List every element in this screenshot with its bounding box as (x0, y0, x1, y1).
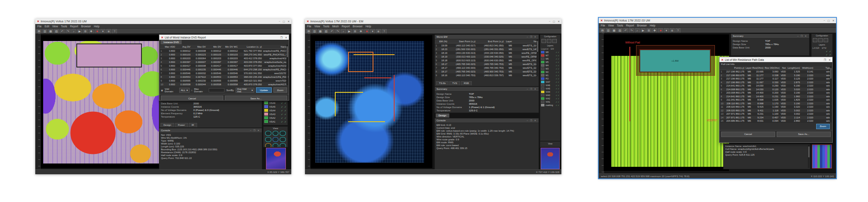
view-tool-button[interactable] (273, 137, 279, 142)
menu-item[interactable]: Mesh (332, 25, 339, 28)
float-icon[interactable]: ❐ (253, 129, 256, 132)
window-titlebar[interactable]: ✕ Innovus(R) Voltus 17M 2022.03 UM – ▢ ✕ (35, 19, 291, 24)
layer-checks[interactable]: ✓ ✓ (556, 98, 559, 100)
vdd-domain-select[interactable]: ALL ▾ (179, 88, 190, 93)
layer-row[interactable]: VSA3 ✓ ✓ (263, 112, 288, 116)
menu-item[interactable]: Help (94, 25, 99, 28)
table-row[interactable]: 5 214.641 860.175 M6 14.030 0.290 VDD 5.… (720, 84, 832, 88)
layer-row[interactable]: M2 ✓ ✓ (540, 70, 560, 74)
table-row[interactable]: 8 18.17 (465.765 340.023) (465.900 340.7… (435, 70, 539, 73)
layer-row[interactable]: VSA2 ✓ ✓ (263, 116, 288, 120)
layer-row[interactable]: VIA3 ✓ ✓ (540, 94, 560, 97)
toolbar-icon[interactable]: ▤ (600, 28, 605, 33)
layer-checks[interactable]: ✓ ✓ (281, 106, 287, 108)
table-row[interactable]: 5 0.800 0.000417 0.000008 0.000417 0.000… (160, 64, 288, 67)
float-icon[interactable]: ❐ (530, 119, 533, 122)
close-icon[interactable]: ✕ (534, 119, 537, 122)
layer-checks[interactable]: ✓ ✓ (556, 71, 559, 73)
minimap[interactable] (541, 148, 560, 169)
view-tool-button[interactable] (273, 143, 279, 147)
minimize-icon[interactable]: – (279, 20, 280, 23)
table-row[interactable]: 8 0.800 0.000553 0.007910 0.000553 0.000… (160, 75, 288, 79)
toolbar-icon[interactable]: ▧ (324, 29, 329, 34)
table-row[interactable]: 8 214.641 860.175 M6 14.400 0.231 VDD 1.… (720, 95, 832, 99)
toolbar-icon[interactable]: ▾ (100, 29, 105, 34)
summary-tab[interactable]: Power (175, 123, 188, 127)
toolbar-icon[interactable]: ▶ (641, 28, 646, 33)
close-icon[interactable]: ✕ (288, 20, 290, 23)
menu-item[interactable]: View (314, 25, 320, 28)
toolbar-icon[interactable]: ▦ (48, 29, 53, 34)
layer-row[interactable]: M6 ✓ ✓ (540, 57, 560, 60)
window-titlebar[interactable]: ✕ Innovus(R) Voltus 17M 2022.03 UM – ▢ ✕ (599, 18, 836, 23)
layer-row[interactable]: VIA6 ✓ ✓ (540, 84, 560, 87)
toolbar-icon[interactable]: ≣ (106, 29, 111, 34)
dialog-titlebar[interactable]: ✕ List of Min Resistance Path Data ❐ ✕ (719, 57, 832, 62)
table-row[interactable]: 1 19.09 (460.113 340.017) (460.813 341.0… (435, 43, 539, 47)
menu-item[interactable]: Browser (353, 25, 363, 28)
tab-design[interactable]: Design (436, 113, 449, 118)
summary-tab[interactable]: Design (161, 123, 174, 127)
float-icon[interactable]: ❐ (800, 35, 803, 37)
layer-row[interactable]: VSA1 ✓ ✓ (263, 120, 288, 123)
layer-checks[interactable]: ✓ ✓ (826, 53, 831, 56)
toolbar-icon[interactable]: ≣ (376, 29, 381, 34)
table-row[interactable]: 4 18.19 (330.013 400.110) (330.046 340.0… (435, 55, 539, 58)
table-row[interactable]: 9 18.16 (460.113 340.753) (460.813 339.7… (435, 73, 539, 77)
summary-tab[interactable]: IR (189, 123, 197, 127)
table-row[interactable]: 7 0.800 0.000546 0.000032 0.000546 0.000… (160, 71, 288, 75)
close-icon[interactable]: ✕ (805, 35, 807, 37)
menu-item[interactable]: Edit (44, 25, 49, 28)
layer-checks[interactable]: ✓ ✓ (281, 113, 287, 115)
layer-checks[interactable]: ✓ ✓ (556, 65, 559, 67)
menu-item[interactable]: File (37, 25, 41, 28)
view-tool-button[interactable] (280, 143, 286, 147)
toolbar-icon[interactable]: ▧ (54, 29, 59, 34)
maximize-icon[interactable]: ▢ (827, 19, 830, 22)
view-tool-button[interactable] (273, 131, 279, 136)
layer-checks[interactable]: ✓ ✓ (556, 81, 559, 83)
table-row[interactable]: 11 208.020 860.175 M6 9.415 1.190 VDD 3.… (720, 105, 832, 109)
scrollbar[interactable] (830, 66, 831, 122)
toolbar-icon[interactable]: ✚ (652, 28, 657, 33)
toolbar-icon[interactable]: ≣ (670, 28, 675, 33)
table-row[interactable]: 12 208.020 860.175 M6 9.411 1.118 VDD 3.… (720, 109, 832, 113)
float-icon[interactable]: ❐ (280, 36, 283, 39)
radio-icon[interactable]: ◉ (161, 89, 163, 91)
scrollbar[interactable] (536, 39, 538, 76)
toolbar-icon[interactable]: ▧ (617, 28, 622, 33)
em-tab[interactable]: TVS (449, 81, 460, 85)
table-row[interactable]: 13 207.971 860.175 M6 9.231 1.100 VDD 3.… (720, 112, 832, 116)
layer-checks[interactable]: ✓ ✓ (556, 84, 559, 87)
layer-checks[interactable]: ✓ ✓ (556, 104, 559, 106)
toolbar-icon[interactable]: ✚ (358, 29, 363, 34)
minimize-icon[interactable]: – (549, 20, 550, 23)
table-row[interactable]: 1 217.196 862.175 M6 15.695 3.060 VDD 1.… (720, 70, 832, 74)
toolbar-icon[interactable]: ■ (95, 29, 100, 34)
view-tool-button[interactable] (265, 143, 271, 147)
em-tab[interactable]: TS.6b (436, 81, 449, 85)
layer-row[interactable]: ✓ ✓ (812, 53, 832, 56)
menu-item[interactable]: Help (650, 24, 655, 27)
toolbar-icon[interactable]: ↶ (623, 28, 628, 33)
view-tool-button[interactable] (280, 131, 286, 136)
config-button[interactable] (552, 39, 557, 43)
layer-row[interactable]: M3 ✓ ✓ (540, 67, 560, 70)
table-row[interactable]: 1 0.800 0.000012 0.000008 0.000012 0.000… (160, 49, 288, 53)
window-titlebar[interactable]: ✕ Innovus(R) Voltus 17M 2022.03 UM - EM … (305, 19, 561, 24)
toolbar-icon[interactable]: ⌕ (341, 29, 346, 34)
table-row[interactable]: 7 203.008 860.175 M6 14.400 0.200 VDD 3.… (720, 91, 832, 95)
minimize-icon[interactable]: ‒ (250, 129, 252, 132)
table-row[interactable]: 2 0.800 0.000103 0.000223 0.000103 0.000… (160, 53, 288, 56)
layer-checks[interactable]: ✓ ✓ (556, 78, 559, 80)
console-header[interactable]: Console ‒ ❐ ✕ (435, 118, 539, 123)
layout-canvas[interactable]: +1.8W Without Pad VDDPST (604, 34, 729, 171)
table-row[interactable]: 2 217.196 860.675 M6 11.177 0.338 VDD 3.… (720, 74, 832, 77)
table-row[interactable]: 4 0.800 0.000397 0.000007 0.000397 0.000… (160, 60, 288, 64)
layer-row[interactable]: VSA4 ✓ ✓ (263, 108, 288, 112)
sortby-select[interactable]: Avg Vdd Vss ▾ (236, 88, 255, 93)
layer-checks[interactable]: ✓ ✓ (556, 94, 559, 96)
layer-checks[interactable]: ✓ ✓ (556, 88, 559, 90)
layer-checks[interactable]: ✓ ✓ (281, 120, 287, 123)
tab-instance-dvd[interactable]: Instance DVD (161, 40, 182, 44)
